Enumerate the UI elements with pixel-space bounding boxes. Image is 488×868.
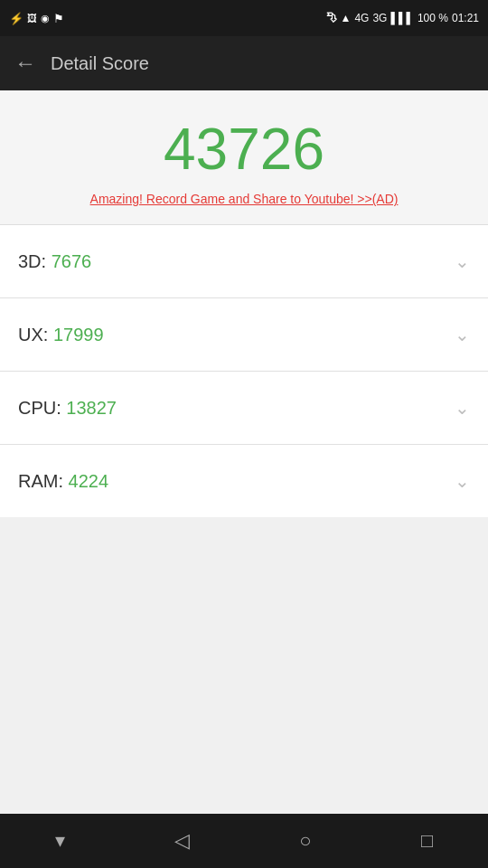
bolt-icon: ⚡ (9, 12, 23, 25)
battery-bars: ▌▌▌ (390, 12, 414, 24)
nav-recents-button[interactable]: □ (403, 820, 451, 862)
status-bar: ⚡ 🖼 ◉ ⚑ ⮷ ▲ 4G 3G ▌▌▌ 100 % 01:21 (0, 0, 488, 36)
nav-back-button[interactable]: ◁ (156, 820, 208, 862)
chevron-down-icon-cpu: ⌄ (455, 397, 470, 419)
score-label-cpu: CPU: 13827 (18, 398, 117, 419)
page-title: Detail Score (51, 53, 149, 74)
battery-text: 100 % (418, 12, 448, 24)
total-score: 43726 (18, 118, 470, 181)
chevron-down-icon-3d: ⌄ (455, 250, 470, 272)
app-bar: ← Detail Score (0, 36, 488, 90)
wifi-icon: ▲ (341, 12, 352, 24)
image-icon: 🖼 (27, 13, 37, 24)
network-4g: 4G (354, 12, 369, 24)
score-item-3d[interactable]: 3D: 7676 ⌄ (0, 225, 488, 298)
flag-icon: ⚑ (53, 12, 64, 25)
bottom-nav: ▾ ◁ ○ □ (0, 814, 488, 868)
score-list: 3D: 7676 ⌄ UX: 17999 ⌄ CPU: 13827 ⌄ RAM:… (0, 225, 488, 517)
back-button[interactable]: ← (14, 51, 36, 76)
score-section: 43726 Amazing! Record Game and Share to … (0, 90, 488, 225)
score-label-ux: UX: 17999 (18, 325, 104, 345)
score-label-3d: 3D: 7676 (18, 251, 91, 272)
score-item-ram[interactable]: RAM: 4224 ⌄ (0, 445, 488, 517)
bluetooth-icon: ⮷ (326, 12, 337, 24)
score-item-cpu[interactable]: CPU: 13827 ⌄ (0, 372, 488, 445)
network-3g: 3G (372, 12, 387, 24)
nav-home-button[interactable]: ○ (281, 820, 329, 862)
chevron-down-icon-ux: ⌄ (455, 324, 470, 345)
nav-dropdown-button[interactable]: ▾ (37, 820, 83, 862)
time-display: 01:21 (452, 12, 479, 24)
status-left-icons: ⚡ 🖼 ◉ ⚑ (9, 12, 64, 25)
score-label-ram: RAM: 4224 (18, 471, 108, 492)
score-item-ux[interactable]: UX: 17999 ⌄ (0, 298, 488, 372)
android-icon: ◉ (41, 13, 50, 24)
chevron-down-icon-ram: ⌄ (455, 470, 470, 492)
ad-banner[interactable]: Amazing! Record Game and Share to Youtub… (18, 192, 470, 206)
status-right-info: ⮷ ▲ 4G 3G ▌▌▌ 100 % 01:21 (326, 12, 480, 24)
